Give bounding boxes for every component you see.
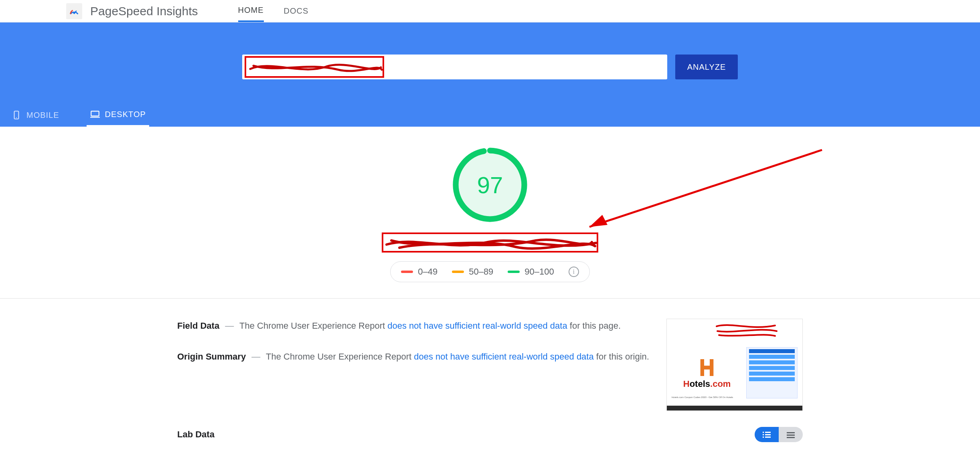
list-detailed-icon xyxy=(762,431,771,438)
device-tabs: MOBILE DESKTOP xyxy=(0,103,980,127)
tab-mobile[interactable]: MOBILE xyxy=(8,103,63,127)
thumb-brand: Hotels.com xyxy=(683,379,731,389)
origin-summary-paragraph: Origin Summary — The Chrome User Experie… xyxy=(177,350,650,364)
legend-mid: 50–89 xyxy=(452,267,493,277)
svg-rect-4 xyxy=(91,111,99,116)
svg-line-8 xyxy=(589,150,822,227)
legend-high: 90–100 xyxy=(508,267,554,277)
svg-rect-10 xyxy=(763,432,764,433)
view-toggle xyxy=(755,427,803,442)
nav-docs[interactable]: DOCS xyxy=(284,0,309,22)
legend-low-range: 0–49 xyxy=(418,267,437,277)
legend-high-range: 90–100 xyxy=(524,267,554,277)
tab-mobile-label: MOBILE xyxy=(26,111,59,120)
page-thumbnail: Hotels.com Hotels.com Coupon Codes 2020 … xyxy=(666,319,803,411)
score-gauge: 97 xyxy=(452,147,528,223)
svg-rect-16 xyxy=(787,432,795,433)
origin-summary-link[interactable]: does not have sufficient real-world spee… xyxy=(414,352,593,362)
origin-summary-label: Origin Summary xyxy=(177,352,246,362)
dash-icon: — xyxy=(225,321,234,331)
svg-rect-15 xyxy=(765,437,771,438)
field-data-paragraph: Field Data — The Chrome User Experience … xyxy=(177,319,650,333)
list-compact-icon xyxy=(786,431,796,438)
svg-marker-9 xyxy=(589,215,607,227)
legend-dash-icon xyxy=(401,271,413,273)
top-nav: HOME DOCS xyxy=(238,0,309,22)
svg-point-3 xyxy=(16,117,17,118)
mobile-icon xyxy=(11,110,22,120)
legend-dash-icon xyxy=(452,271,464,273)
dash-icon: — xyxy=(251,352,260,362)
svg-rect-14 xyxy=(763,437,764,438)
svg-rect-12 xyxy=(763,434,764,435)
origin-summary-suffix: for this origin. xyxy=(594,352,649,362)
score-section: 97 0–49 50–89 90–100 i xyxy=(0,127,980,299)
app-title: PageSpeed Insights xyxy=(90,4,198,18)
url-input[interactable] xyxy=(242,55,667,79)
annotation-thumb-redact-icon xyxy=(715,321,779,339)
tab-desktop[interactable]: DESKTOP xyxy=(87,103,149,127)
score-value: 97 xyxy=(452,147,528,223)
annotation-site-redact-icon xyxy=(382,232,598,253)
field-data-link[interactable]: does not have sufficient real-world spee… xyxy=(387,321,567,331)
field-data-prefix: The Chrome User Experience Report xyxy=(239,321,387,331)
svg-rect-17 xyxy=(787,435,795,436)
svg-rect-18 xyxy=(787,437,795,438)
data-block: Field Data — The Chrome User Experience … xyxy=(177,319,803,411)
svg-rect-11 xyxy=(765,432,771,433)
lab-data-label: Lab Data xyxy=(177,429,215,440)
hero: ANALYZE MOBILE DESKTOP xyxy=(0,22,980,127)
legend-info-icon[interactable]: i xyxy=(569,267,579,277)
field-data-suffix: for this page. xyxy=(567,321,621,331)
logo-icon xyxy=(66,3,82,19)
legend-dash-icon xyxy=(508,271,520,273)
thumb-caption: Hotels.com Coupon Codes 2020 - Get 50% O… xyxy=(672,396,798,403)
nav-home[interactable]: HOME xyxy=(238,0,264,22)
desktop-icon xyxy=(90,109,100,119)
svg-rect-13 xyxy=(765,434,771,435)
lab-data-row: Lab Data xyxy=(177,427,803,442)
url-input-wrapper xyxy=(242,55,667,79)
legend-mid-range: 50–89 xyxy=(469,267,493,277)
legend-low: 0–49 xyxy=(401,267,437,277)
origin-summary-prefix: The Chrome User Experience Report xyxy=(266,352,414,362)
tab-desktop-label: DESKTOP xyxy=(105,110,146,119)
score-legend: 0–49 50–89 90–100 i xyxy=(390,261,590,282)
annotation-arrow-icon xyxy=(573,147,830,243)
view-toggle-detailed[interactable] xyxy=(755,427,779,442)
analyze-button[interactable]: ANALYZE xyxy=(675,55,738,79)
view-toggle-compact[interactable] xyxy=(779,427,803,442)
field-data-label: Field Data xyxy=(177,321,219,331)
hotels-logo-icon xyxy=(696,356,718,379)
top-bar: PageSpeed Insights HOME DOCS xyxy=(0,0,980,22)
